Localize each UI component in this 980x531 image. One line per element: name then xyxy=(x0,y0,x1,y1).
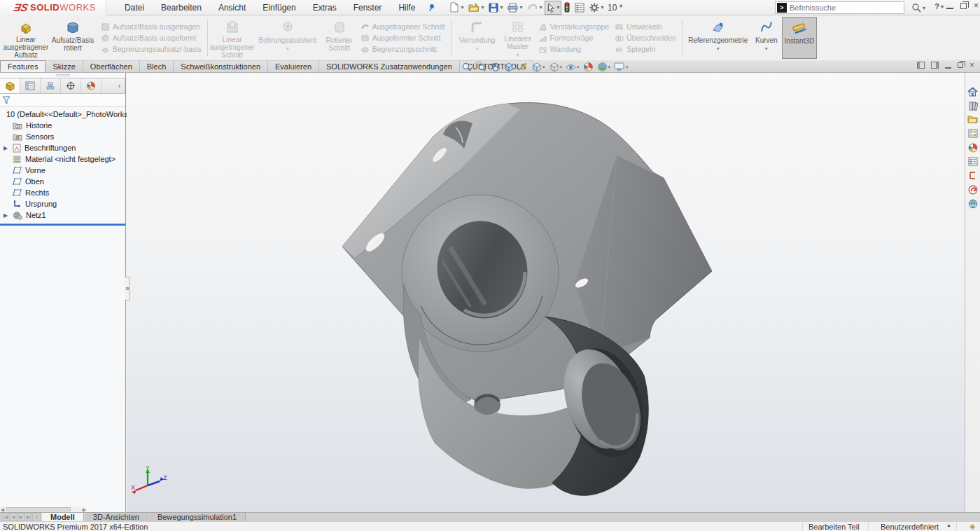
tab-bewegungssimulation[interactable]: Bewegungssimulation1 xyxy=(148,513,246,521)
reference-geometry-button[interactable]: Referenzgeometrie ▾ xyxy=(685,17,751,59)
tree-filter-bar[interactable] xyxy=(0,94,125,106)
solidworks-forum-icon[interactable] xyxy=(967,184,979,195)
design-library-icon[interactable] xyxy=(967,99,979,111)
linear-pattern-button[interactable]: Lineares Muster ▾ xyxy=(500,17,536,59)
custom-properties-icon[interactable] xyxy=(967,156,979,167)
left-pane-toggle[interactable] xyxy=(917,62,925,69)
appearances-scenes-icon[interactable] xyxy=(967,142,979,153)
section-view-icon[interactable] xyxy=(503,61,514,73)
view-settings-icon[interactable]: ▾ xyxy=(613,61,629,73)
tag-icon[interactable]: ◈ xyxy=(969,522,975,531)
tree-item-sensors[interactable]: Sensors xyxy=(0,131,125,142)
search-submit-button[interactable]: ▾ xyxy=(911,3,925,13)
dimxpertmanager-tab[interactable] xyxy=(61,78,81,93)
hide-show-items-icon[interactable]: ▾ xyxy=(565,61,580,73)
menu-datei[interactable]: Datei xyxy=(116,1,153,15)
doc-restore-button[interactable] xyxy=(958,62,963,68)
wrap-disabled-button[interactable]: Umwickeln xyxy=(615,22,676,32)
units-dropdown-icon[interactable]: ▲ xyxy=(946,523,951,527)
tree-item-netz1[interactable]: ▶ Netz1 xyxy=(0,209,125,221)
lofted-boss-disabled-button[interactable]: Aufsatz/Basis ausgeformt xyxy=(101,34,202,43)
menu-extras[interactable]: Extras xyxy=(304,1,345,15)
tree-item-vorne[interactable]: Vorne xyxy=(0,165,125,176)
boundary-cut-disabled-button[interactable]: Begrenzungsschnitt xyxy=(360,45,445,54)
tree-item-rechts[interactable]: Rechts xyxy=(0,187,125,198)
propertymanager-tab[interactable] xyxy=(20,78,41,93)
tab-schweisskonstruktionen[interactable]: Schweißkonstruktionen xyxy=(174,60,268,72)
menu-ansicht[interactable]: Ansicht xyxy=(210,1,254,15)
restore-button[interactable] xyxy=(960,3,967,9)
file-properties-button[interactable] xyxy=(573,1,587,15)
panel-splitter-handle[interactable] xyxy=(125,277,130,301)
boundary-boss-disabled-button[interactable]: Begrenzungsaufsatz/-basis xyxy=(101,45,202,54)
rebuild-button[interactable] xyxy=(562,0,572,15)
expand-arrow-icon[interactable]: ▶ xyxy=(4,145,8,151)
tree-horizontal-scrollbar[interactable]: ◀ ▶ xyxy=(0,507,87,512)
rollback-bar[interactable] xyxy=(0,223,125,226)
tab-oberflaechen[interactable]: Oberflächen xyxy=(83,60,140,72)
revolved-cut-button[interactable]: Rotierter Schnitt xyxy=(321,17,358,59)
intersect-disabled-button[interactable]: Überschneiden xyxy=(615,34,676,43)
curves-button[interactable]: Kurven ▾ xyxy=(751,17,782,59)
expand-arrow-icon[interactable]: ▶ xyxy=(4,212,8,219)
scrollbar-thumb[interactable] xyxy=(6,507,71,511)
edit-appearance-icon[interactable] xyxy=(582,61,594,73)
tree-item-beschriftungen[interactable]: ▶ A Beschriftungen xyxy=(0,142,125,153)
hole-wizard-button[interactable]: Bohrungsassistent ▾ xyxy=(254,17,321,59)
graphics-viewport[interactable]: X Y Z xyxy=(127,73,965,512)
select-tool-button[interactable]: ▾ xyxy=(545,1,561,15)
panel-tabs-overflow[interactable]: › xyxy=(118,82,125,90)
pin-menu-icon[interactable] xyxy=(428,4,436,12)
displaymanager-tab[interactable] xyxy=(81,78,102,93)
tab-scroll-buttons[interactable]: |◀◀▶▶|≡ xyxy=(1,513,41,521)
tab-3d-ansichten[interactable]: 3D-Ansichten xyxy=(84,513,148,521)
minimize-button[interactable] xyxy=(946,8,953,9)
view-orientation-icon[interactable]: ▾ xyxy=(531,61,546,73)
tree-item-historie[interactable]: Historie xyxy=(0,120,125,131)
open-document-button[interactable]: ▾ xyxy=(466,1,486,15)
panel-grab-handle[interactable] xyxy=(0,73,125,78)
zoom-to-area-icon[interactable] xyxy=(475,61,486,73)
fillet-button[interactable]: Verrundung ▾ xyxy=(454,17,500,59)
help-button[interactable]: ?▾ xyxy=(934,2,944,11)
apply-scene-icon[interactable]: ▾ xyxy=(596,61,612,73)
menu-fenster[interactable]: Fenster xyxy=(345,1,391,15)
undo-button[interactable]: ▾ xyxy=(525,1,544,14)
mirror-disabled-button[interactable]: Spiegeln xyxy=(615,45,676,54)
shell-disabled-button[interactable]: Wandung xyxy=(538,45,610,54)
featuremanager-tree-tab[interactable] xyxy=(0,78,20,93)
menu-bearbeiten[interactable]: Bearbeiten xyxy=(153,1,210,15)
close-button[interactable]: × xyxy=(974,2,979,9)
3d-content-central-icon[interactable] xyxy=(967,198,979,209)
right-pane-toggle[interactable] xyxy=(931,62,939,69)
tab-features[interactable]: Features xyxy=(0,60,46,72)
new-document-button[interactable]: ▾ xyxy=(447,0,465,15)
tree-root-part[interactable]: 10 (Default<<Default>_PhotoWorks Disp xyxy=(0,109,125,120)
tab-modell[interactable]: Modell xyxy=(41,513,84,521)
print-button[interactable]: ▾ xyxy=(505,1,524,15)
tab-skizze[interactable]: Skizze xyxy=(46,60,83,72)
boss-extrude-disabled-button[interactable]: Aufsatz/Basis ausgetragen xyxy=(101,22,202,32)
rib-disabled-button[interactable]: Verstärkungsrippe xyxy=(538,22,610,32)
menu-einfuegen[interactable]: Einfügen xyxy=(254,1,304,15)
doc-close-button[interactable]: × xyxy=(969,62,974,69)
tree-item-oben[interactable]: Oben xyxy=(0,176,125,187)
menu-hilfe[interactable]: Hilfe xyxy=(390,1,424,15)
extruded-boss-button[interactable]: Linear ausgetragener Aufsatz xyxy=(4,17,48,59)
tab-evaluieren[interactable]: Evaluieren xyxy=(268,60,319,72)
revolved-boss-button[interactable]: Aufsatz/Basis rotiert xyxy=(48,17,98,59)
tree-item-material[interactable]: Material <nicht festgelegt> xyxy=(0,153,125,165)
units-selector[interactable]: Benutzerdefiniert xyxy=(881,523,939,531)
tab-blech[interactable]: Blech xyxy=(140,60,174,72)
file-explorer-icon[interactable] xyxy=(967,113,979,125)
lofted-cut-disabled-button[interactable]: Ausgeformter Schnitt xyxy=(360,34,445,43)
zoom-to-fit-icon[interactable] xyxy=(461,61,472,73)
dynamic-annotation-views-icon[interactable] xyxy=(517,61,528,73)
save-button[interactable]: ▾ xyxy=(486,1,505,15)
draft-disabled-button[interactable]: Formschräge xyxy=(538,34,610,43)
options-button[interactable]: ▾ xyxy=(587,1,606,15)
tab-zusatzanwendungen[interactable]: SOLIDWORKS Zusatzanwendungen xyxy=(319,60,460,72)
view-palette-icon[interactable] xyxy=(967,127,979,139)
extruded-cut-button[interactable]: Linear ausgetragener Schnitt xyxy=(211,17,254,59)
previous-view-icon[interactable] xyxy=(489,61,500,73)
